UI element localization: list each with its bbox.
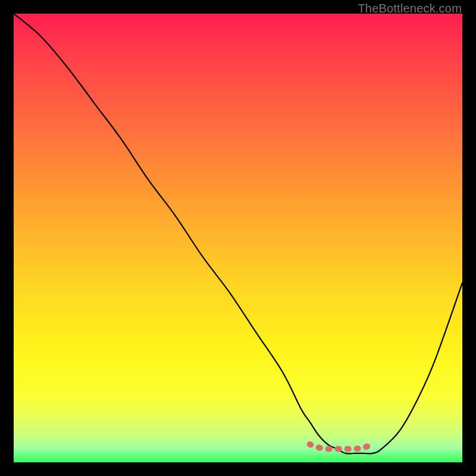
plot-area: [14, 14, 462, 462]
bottleneck-curve: [14, 14, 462, 454]
curve-svg: [14, 14, 462, 462]
optimal-marker: [310, 444, 373, 449]
chart-container: TheBottleneck.com: [0, 0, 476, 476]
